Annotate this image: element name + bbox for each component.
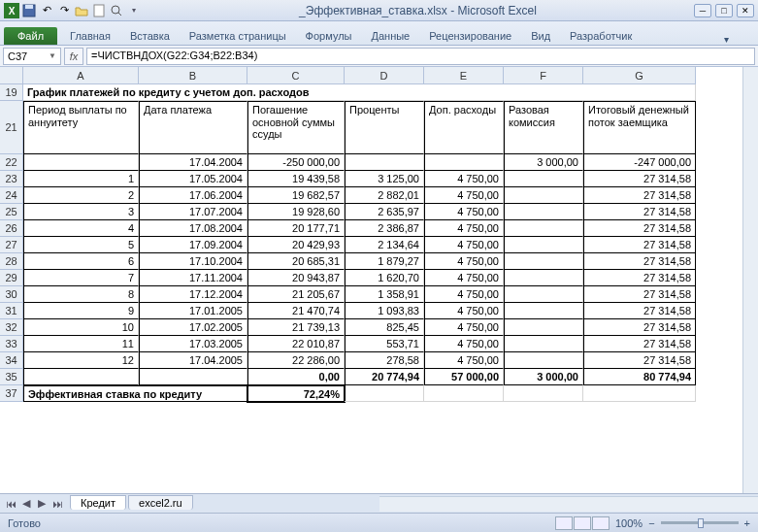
column-header[interactable]: D [345,67,424,84]
redo-icon[interactable]: ↷ [56,3,72,18]
chevron-down-icon[interactable]: ▼ [49,51,56,60]
cell[interactable] [345,385,424,402]
data-cell[interactable]: 4 750,00 [424,253,504,270]
result-value[interactable]: 72,24% [247,385,345,402]
data-cell[interactable]: 4 750,00 [424,336,504,352]
row-header[interactable]: 34 [0,352,23,369]
row-header[interactable]: 21 [0,101,23,154]
total-cell[interactable]: 20 774,94 [345,369,424,385]
data-cell[interactable]: 825,45 [345,319,424,336]
row-header[interactable]: 37 [0,385,23,402]
row-header[interactable]: 32 [0,319,23,336]
column-label[interactable]: Разовая комиссия [504,101,583,154]
data-cell[interactable] [504,237,583,253]
data-cell[interactable]: 19 682,57 [247,187,345,204]
close-button[interactable]: ✕ [737,4,754,17]
row-header[interactable]: 24 [0,187,23,204]
ribbon-tab[interactable]: Разработчик [560,27,642,45]
total-cell[interactable]: 0,00 [247,369,345,385]
data-cell[interactable]: 4 750,00 [424,171,504,187]
formula-input[interactable]: =ЧИСТВНДОХ(G22:G34;B22:B34) [86,48,755,65]
ribbon-tab[interactable]: Главная [60,27,120,45]
data-cell[interactable] [23,154,139,171]
data-cell[interactable]: 17.08.2004 [139,220,247,237]
data-cell[interactable]: 27 314,58 [583,336,696,352]
data-cell[interactable]: 27 314,58 [583,237,696,253]
sheet-tab-active[interactable]: Кредит [70,495,126,510]
select-all-corner[interactable] [0,67,23,84]
sheet-tab[interactable]: excel2.ru [128,495,193,510]
data-cell[interactable] [504,303,583,319]
column-label[interactable]: Доп. расходы [424,101,504,154]
data-cell[interactable]: 4 750,00 [424,270,504,286]
data-cell[interactable]: 12 [23,352,139,369]
data-cell[interactable]: 17.09.2004 [139,237,247,253]
data-cell[interactable] [504,286,583,303]
data-cell[interactable]: 4 [23,220,139,237]
sheet-nav-last-icon[interactable]: ⏭ [50,497,64,511]
row-header[interactable]: 31 [0,303,23,319]
view-layout-button[interactable] [574,516,591,530]
data-cell[interactable]: 4 750,00 [424,352,504,369]
total-cell[interactable]: 3 000,00 [504,369,583,385]
total-cell[interactable]: 80 774,94 [583,369,696,385]
data-cell[interactable] [504,336,583,352]
row-header[interactable]: 33 [0,336,23,352]
data-cell[interactable]: 1 358,91 [345,286,424,303]
data-cell[interactable]: 17.04.2004 [139,154,247,171]
minimize-button[interactable]: ─ [694,4,711,17]
row-header[interactable]: 19 [0,84,23,101]
column-label[interactable]: Погашение основной суммы ссуды [247,101,345,154]
qat-more-icon[interactable]: ▾ [126,3,142,18]
data-cell[interactable]: 4 750,00 [424,204,504,220]
data-cell[interactable]: 20 429,93 [247,237,345,253]
fx-button[interactable]: fx [64,48,83,65]
data-cell[interactable]: -247 000,00 [583,154,696,171]
data-cell[interactable]: 27 314,58 [583,171,696,187]
data-cell[interactable]: 9 [23,303,139,319]
data-cell[interactable]: 27 314,58 [583,286,696,303]
data-cell[interactable]: 4 750,00 [424,286,504,303]
data-cell[interactable]: 21 739,13 [247,319,345,336]
data-cell[interactable] [345,154,424,171]
result-label[interactable]: Эффективная ставка по кредиту [23,385,247,402]
data-cell[interactable]: 11 [23,336,139,352]
row-header[interactable]: 29 [0,270,23,286]
data-cell[interactable] [504,352,583,369]
data-cell[interactable] [504,187,583,204]
sheet-nav-next-icon[interactable]: ▶ [35,497,49,511]
data-cell[interactable]: 2 386,87 [345,220,424,237]
ribbon-tab[interactable]: Данные [361,27,419,45]
data-cell[interactable]: -250 000,00 [247,154,345,171]
data-cell[interactable]: 4 750,00 [424,187,504,204]
zoom-slider[interactable] [661,521,739,524]
data-cell[interactable]: 19 928,60 [247,204,345,220]
cell[interactable] [424,385,504,402]
data-cell[interactable]: 27 314,58 [583,220,696,237]
vertical-scrollbar[interactable] [742,67,758,493]
data-cell[interactable]: 17.10.2004 [139,253,247,270]
ribbon-tab[interactable]: Вид [521,27,560,45]
data-cell[interactable]: 4 750,00 [424,319,504,336]
ribbon-collapse-icon[interactable]: ▾ [724,34,729,45]
data-cell[interactable]: 27 314,58 [583,187,696,204]
data-cell[interactable]: 27 314,58 [583,303,696,319]
data-cell[interactable]: 4 750,00 [424,303,504,319]
data-cell[interactable]: 17.05.2004 [139,171,247,187]
data-cell[interactable]: 6 [23,253,139,270]
row-header[interactable]: 28 [0,253,23,270]
view-normal-button[interactable] [555,516,573,530]
data-cell[interactable]: 27 314,58 [583,319,696,336]
total-cell[interactable] [139,369,247,385]
column-label[interactable]: Итоговый денежный поток заемщика [583,101,696,154]
data-cell[interactable]: 3 125,00 [345,171,424,187]
data-cell[interactable]: 10 [23,319,139,336]
column-header[interactable]: C [247,67,345,84]
row-header[interactable]: 22 [0,154,23,171]
data-cell[interactable]: 5 [23,237,139,253]
data-cell[interactable]: 1 620,70 [345,270,424,286]
data-cell[interactable] [504,253,583,270]
data-cell[interactable]: 17.02.2005 [139,319,247,336]
column-header[interactable]: F [504,67,583,84]
data-cell[interactable]: 553,71 [345,336,424,352]
